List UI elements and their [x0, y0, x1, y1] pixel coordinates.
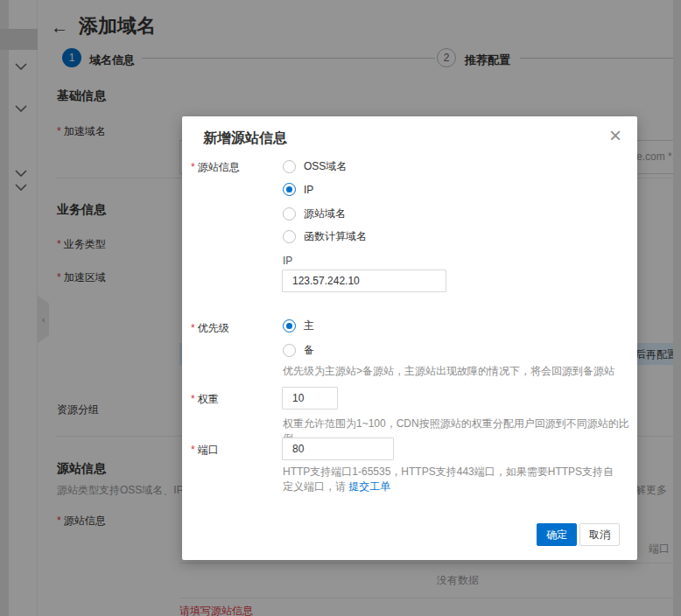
radio-label: 主	[304, 318, 314, 333]
port-input[interactable]	[282, 438, 394, 460]
close-icon[interactable]: ×	[609, 125, 621, 146]
priority-help-text: 优先级为主源站>备源站，主源站出现故障的情况下，将会回源到备源站	[283, 364, 624, 379]
add-origin-dialog: 新增源站信息 × *源站信息 OSS域名 IP 源站域名 函数计算域名 IP *…	[182, 116, 637, 560]
radio-label: 源站域名	[304, 206, 346, 221]
cancel-button[interactable]: 取消	[579, 523, 620, 546]
radio-icon	[283, 160, 296, 173]
radio-label: 函数计算域名	[304, 229, 367, 244]
required-marker: *	[191, 444, 195, 456]
radio-label: IP	[304, 184, 313, 196]
radio-ip[interactable]: IP	[283, 183, 313, 196]
screen: ‹ ← 添加域名 1 域名信息 2 推荐配置 基础信息 *加速域名 e.com …	[0, 0, 681, 616]
required-marker: *	[191, 161, 195, 173]
label-origin-info-field: *源站信息	[191, 160, 240, 175]
ip-sublabel: IP	[283, 255, 292, 267]
radio-oss-domain[interactable]: OSS域名	[283, 159, 347, 174]
radio-icon	[283, 207, 296, 220]
ip-input[interactable]	[282, 270, 446, 292]
label-priority: *优先级	[191, 321, 229, 336]
dialog-title: 新增源站信息	[203, 130, 287, 148]
required-marker: *	[191, 393, 195, 405]
radio-label: 备	[304, 343, 314, 358]
radio-icon-selected	[283, 183, 296, 196]
radio-function-compute-domain[interactable]: 函数计算域名	[283, 229, 367, 244]
port-help-prefix: HTTP支持端口1-65535，HTTPS支持443端口，如果需要HTTPS支持…	[283, 466, 614, 493]
radio-priority-backup[interactable]: 备	[283, 343, 314, 358]
label-port: *端口	[191, 443, 219, 458]
label-weight: *权重	[191, 392, 219, 407]
radio-icon-selected	[283, 319, 296, 332]
radio-origin-domain[interactable]: 源站域名	[283, 206, 346, 221]
submit-ticket-link[interactable]: 提交工单	[348, 480, 390, 493]
radio-icon	[283, 344, 296, 357]
required-marker: *	[191, 322, 195, 334]
radio-label: OSS域名	[304, 159, 347, 174]
port-help-text: HTTP支持端口1-65535，HTTPS支持443端口，如果需要HTTPS支持…	[283, 465, 622, 494]
radio-priority-primary[interactable]: 主	[283, 318, 314, 333]
radio-icon	[283, 230, 296, 243]
weight-input[interactable]	[282, 387, 338, 410]
ok-button[interactable]: 确定	[537, 523, 577, 546]
